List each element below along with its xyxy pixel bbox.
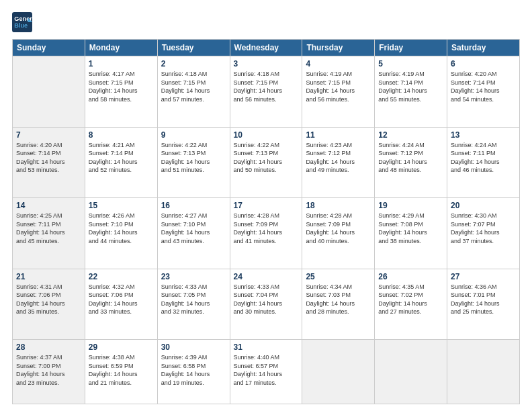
day-number: 1 bbox=[89, 59, 154, 68]
day-number: 17 bbox=[234, 201, 299, 210]
cell-info: Sunrise: 4:26 AMSunset: 7:10 PMDaylight:… bbox=[89, 212, 154, 245]
cell-info: Sunrise: 4:18 AMSunset: 7:15 PMDaylight:… bbox=[234, 70, 299, 103]
day-number: 8 bbox=[89, 130, 154, 140]
cell-info: Sunrise: 4:33 AMSunset: 7:04 PMDaylight:… bbox=[234, 283, 299, 316]
day-number: 20 bbox=[451, 201, 516, 210]
calendar-cell: 6Sunrise: 4:20 AMSunset: 7:14 PMDaylight… bbox=[447, 56, 520, 128]
cell-info: Sunrise: 4:17 AMSunset: 7:15 PMDaylight:… bbox=[89, 70, 154, 103]
day-number: 14 bbox=[16, 201, 81, 210]
week-row: 21Sunrise: 4:31 AMSunset: 7:06 PMDayligh… bbox=[13, 269, 520, 340]
day-number: 26 bbox=[378, 272, 443, 281]
calendar-table: SundayMondayTuesdayWednesdayThursdayFrid… bbox=[12, 39, 520, 404]
day-number: 12 bbox=[378, 130, 443, 140]
cell-info: Sunrise: 4:28 AMSunset: 7:09 PMDaylight:… bbox=[306, 212, 371, 245]
weekday-header: Monday bbox=[85, 40, 157, 56]
cell-info: Sunrise: 4:37 AMSunset: 7:00 PMDaylight:… bbox=[16, 353, 81, 387]
cell-info: Sunrise: 4:38 AMSunset: 6:59 PMDaylight:… bbox=[89, 353, 154, 387]
day-number: 13 bbox=[451, 130, 516, 140]
week-row: 28Sunrise: 4:37 AMSunset: 7:00 PMDayligh… bbox=[13, 340, 520, 404]
calendar-cell bbox=[13, 56, 85, 128]
calendar-cell: 3Sunrise: 4:18 AMSunset: 7:15 PMDaylight… bbox=[230, 56, 302, 128]
day-number: 15 bbox=[89, 201, 154, 210]
weekday-header: Friday bbox=[375, 40, 447, 56]
cell-info: Sunrise: 4:19 AMSunset: 7:15 PMDaylight:… bbox=[306, 70, 371, 103]
calendar-cell bbox=[302, 340, 375, 404]
day-number: 24 bbox=[234, 272, 299, 281]
calendar-cell: 5Sunrise: 4:19 AMSunset: 7:14 PMDaylight… bbox=[375, 56, 447, 128]
day-number: 2 bbox=[161, 59, 226, 68]
cell-info: Sunrise: 4:22 AMSunset: 7:13 PMDaylight:… bbox=[161, 141, 226, 175]
calendar-cell: 29Sunrise: 4:38 AMSunset: 6:59 PMDayligh… bbox=[85, 340, 157, 404]
calendar-cell: 24Sunrise: 4:33 AMSunset: 7:04 PMDayligh… bbox=[230, 269, 302, 340]
calendar-cell: 13Sunrise: 4:24 AMSunset: 7:11 PMDayligh… bbox=[447, 127, 520, 198]
day-number: 9 bbox=[161, 130, 226, 140]
page: General Blue SundayMondayTuesdayWednesda… bbox=[0, 0, 532, 411]
calendar-cell: 16Sunrise: 4:27 AMSunset: 7:10 PMDayligh… bbox=[157, 198, 230, 269]
day-number: 16 bbox=[161, 201, 226, 210]
calendar-cell: 10Sunrise: 4:22 AMSunset: 7:13 PMDayligh… bbox=[230, 127, 302, 198]
calendar-cell: 1Sunrise: 4:17 AMSunset: 7:15 PMDaylight… bbox=[85, 56, 157, 128]
day-number: 22 bbox=[89, 272, 154, 281]
calendar-cell: 31Sunrise: 4:40 AMSunset: 6:57 PMDayligh… bbox=[230, 340, 302, 404]
calendar-cell: 26Sunrise: 4:35 AMSunset: 7:02 PMDayligh… bbox=[375, 269, 447, 340]
week-row: 1Sunrise: 4:17 AMSunset: 7:15 PMDaylight… bbox=[13, 56, 520, 128]
logo: General Blue bbox=[12, 12, 35, 32]
cell-info: Sunrise: 4:32 AMSunset: 7:06 PMDaylight:… bbox=[89, 283, 154, 316]
day-number: 30 bbox=[161, 342, 226, 352]
calendar-cell: 15Sunrise: 4:26 AMSunset: 7:10 PMDayligh… bbox=[85, 198, 157, 269]
svg-text:Blue: Blue bbox=[14, 22, 28, 29]
calendar-cell: 12Sunrise: 4:24 AMSunset: 7:12 PMDayligh… bbox=[375, 127, 447, 198]
cell-info: Sunrise: 4:40 AMSunset: 6:57 PMDaylight:… bbox=[234, 353, 299, 387]
cell-info: Sunrise: 4:29 AMSunset: 7:08 PMDaylight:… bbox=[378, 212, 443, 245]
cell-info: Sunrise: 4:39 AMSunset: 6:58 PMDaylight:… bbox=[161, 353, 226, 387]
header-row: SundayMondayTuesdayWednesdayThursdayFrid… bbox=[13, 40, 520, 56]
cell-info: Sunrise: 4:20 AMSunset: 7:14 PMDaylight:… bbox=[16, 141, 81, 175]
cell-info: Sunrise: 4:22 AMSunset: 7:13 PMDaylight:… bbox=[234, 141, 299, 175]
day-number: 5 bbox=[378, 59, 443, 68]
calendar-cell: 9Sunrise: 4:22 AMSunset: 7:13 PMDaylight… bbox=[157, 127, 230, 198]
day-number: 4 bbox=[306, 59, 371, 68]
cell-info: Sunrise: 4:20 AMSunset: 7:14 PMDaylight:… bbox=[451, 70, 516, 103]
cell-info: Sunrise: 4:30 AMSunset: 7:07 PMDaylight:… bbox=[451, 212, 516, 245]
calendar-cell: 25Sunrise: 4:34 AMSunset: 7:03 PMDayligh… bbox=[302, 269, 375, 340]
calendar-cell: 14Sunrise: 4:25 AMSunset: 7:11 PMDayligh… bbox=[13, 198, 85, 269]
day-number: 29 bbox=[89, 342, 154, 352]
day-number: 10 bbox=[234, 130, 299, 140]
day-number: 31 bbox=[234, 342, 299, 352]
cell-info: Sunrise: 4:27 AMSunset: 7:10 PMDaylight:… bbox=[161, 212, 226, 245]
day-number: 28 bbox=[16, 342, 81, 352]
calendar-cell: 7Sunrise: 4:20 AMSunset: 7:14 PMDaylight… bbox=[13, 127, 85, 198]
cell-info: Sunrise: 4:36 AMSunset: 7:01 PMDaylight:… bbox=[451, 283, 516, 316]
cell-info: Sunrise: 4:34 AMSunset: 7:03 PMDaylight:… bbox=[306, 283, 371, 316]
calendar-cell: 28Sunrise: 4:37 AMSunset: 7:00 PMDayligh… bbox=[13, 340, 85, 404]
calendar-cell: 22Sunrise: 4:32 AMSunset: 7:06 PMDayligh… bbox=[85, 269, 157, 340]
weekday-header: Wednesday bbox=[230, 40, 302, 56]
week-row: 7Sunrise: 4:20 AMSunset: 7:14 PMDaylight… bbox=[13, 127, 520, 198]
calendar-cell: 11Sunrise: 4:23 AMSunset: 7:12 PMDayligh… bbox=[302, 127, 375, 198]
day-number: 3 bbox=[234, 59, 299, 68]
calendar-cell: 23Sunrise: 4:33 AMSunset: 7:05 PMDayligh… bbox=[157, 269, 230, 340]
calendar-cell: 20Sunrise: 4:30 AMSunset: 7:07 PMDayligh… bbox=[447, 198, 520, 269]
calendar-cell: 19Sunrise: 4:29 AMSunset: 7:08 PMDayligh… bbox=[375, 198, 447, 269]
calendar-cell: 8Sunrise: 4:21 AMSunset: 7:14 PMDaylight… bbox=[85, 127, 157, 198]
cell-info: Sunrise: 4:33 AMSunset: 7:05 PMDaylight:… bbox=[161, 283, 226, 316]
cell-info: Sunrise: 4:35 AMSunset: 7:02 PMDaylight:… bbox=[378, 283, 443, 316]
day-number: 27 bbox=[451, 272, 516, 281]
week-row: 14Sunrise: 4:25 AMSunset: 7:11 PMDayligh… bbox=[13, 198, 520, 269]
calendar-cell: 17Sunrise: 4:28 AMSunset: 7:09 PMDayligh… bbox=[230, 198, 302, 269]
calendar-cell: 21Sunrise: 4:31 AMSunset: 7:06 PMDayligh… bbox=[13, 269, 85, 340]
logo-icon: General Blue bbox=[12, 12, 32, 32]
cell-info: Sunrise: 4:25 AMSunset: 7:11 PMDaylight:… bbox=[16, 212, 81, 245]
calendar-cell: 2Sunrise: 4:18 AMSunset: 7:15 PMDaylight… bbox=[157, 56, 230, 128]
cell-info: Sunrise: 4:28 AMSunset: 7:09 PMDaylight:… bbox=[234, 212, 299, 245]
cell-info: Sunrise: 4:18 AMSunset: 7:15 PMDaylight:… bbox=[161, 70, 226, 103]
day-number: 11 bbox=[306, 130, 371, 140]
day-number: 7 bbox=[16, 130, 81, 140]
day-number: 25 bbox=[306, 272, 371, 281]
calendar-cell: 30Sunrise: 4:39 AMSunset: 6:58 PMDayligh… bbox=[157, 340, 230, 404]
cell-info: Sunrise: 4:24 AMSunset: 7:11 PMDaylight:… bbox=[451, 141, 516, 175]
day-number: 6 bbox=[451, 59, 516, 68]
cell-info: Sunrise: 4:19 AMSunset: 7:14 PMDaylight:… bbox=[378, 70, 443, 103]
cell-info: Sunrise: 4:23 AMSunset: 7:12 PMDaylight:… bbox=[306, 141, 371, 175]
weekday-header: Sunday bbox=[13, 40, 85, 56]
